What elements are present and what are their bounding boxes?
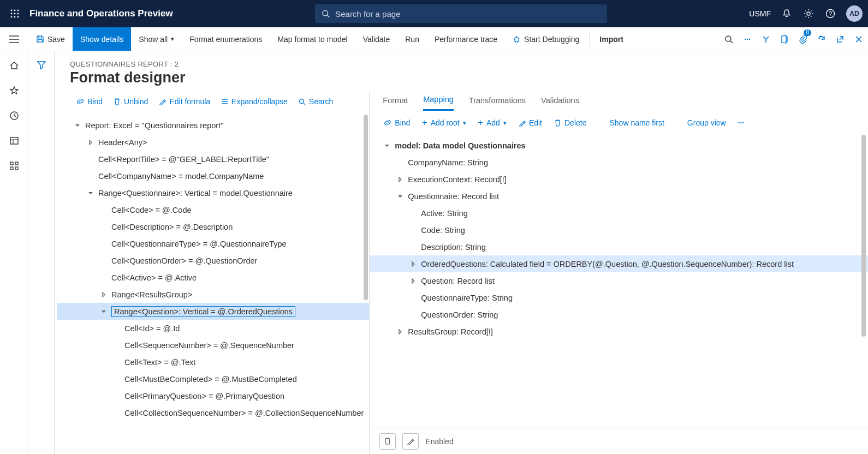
bind-button[interactable]: Bind (72, 95, 107, 108)
modules-icon[interactable] (8, 159, 21, 172)
refresh-icon[interactable] (812, 27, 831, 51)
validate-button[interactable]: Validate (355, 27, 398, 51)
tree-row[interactable]: Cell<MustBeCompleted> = @.MustBeComplete… (57, 371, 369, 387)
add-button[interactable]: +Add▾ (474, 116, 511, 129)
tree-row[interactable]: Range<ResultsGroup> (57, 286, 369, 303)
format-tree[interactable]: Report: Excel = "Questionnaires report"H… (57, 113, 369, 454)
global-search-input[interactable] (335, 9, 601, 19)
action-search-icon[interactable] (720, 27, 738, 51)
unbind-button[interactable]: Unbind (109, 95, 152, 108)
format-enumerations-button[interactable]: Format enumerations (182, 27, 270, 51)
edit-formula-button[interactable]: Edit formula (154, 95, 215, 108)
show-all-button[interactable]: Show all▾ (131, 27, 182, 51)
delete-binding-button[interactable] (379, 433, 396, 450)
more-actions-icon[interactable]: ··· (738, 27, 757, 51)
tree-row[interactable]: Cell<SequenceNumber> = @.SequenceNumber (57, 337, 369, 354)
tree-row[interactable]: Cell<QuestionnaireType> = @.Questionnair… (57, 235, 369, 252)
bell-icon[interactable] (781, 8, 793, 20)
collapse-icon[interactable] (383, 141, 391, 150)
tab-transformations[interactable]: Transformations (469, 96, 526, 110)
attachments-button[interactable]: 0 (794, 27, 812, 51)
start-debugging-button[interactable]: Start Debugging (505, 27, 587, 51)
recent-icon[interactable] (8, 109, 21, 122)
collapse-icon[interactable] (73, 121, 82, 130)
tree-search-button[interactable]: Search (294, 95, 337, 108)
tree-row[interactable]: Header<Any> (57, 134, 369, 151)
show-details-button[interactable]: Show details (73, 27, 131, 51)
mapping-bind-button[interactable]: Bind (379, 116, 414, 129)
favorites-icon[interactable] (8, 84, 21, 97)
edit-binding-button[interactable] (402, 433, 419, 450)
tree-row[interactable]: Cell<ReportTitle> = @"GER_LABEL:ReportTi… (57, 151, 369, 168)
collapse-icon[interactable] (396, 192, 405, 201)
tree-row[interactable]: Cell<Code> = @.Code (57, 201, 369, 218)
collapse-icon[interactable] (99, 307, 108, 316)
tree-row[interactable]: CompanyName: String (370, 154, 868, 171)
company-code[interactable]: USMF (749, 9, 771, 18)
show-name-first-button[interactable]: Show name first (605, 116, 668, 129)
tab-format[interactable]: Format (383, 96, 408, 110)
expand-icon[interactable] (86, 138, 95, 147)
group-view-button[interactable]: Group view (683, 116, 730, 129)
expand-icon[interactable] (409, 260, 418, 268)
svg-point-7 (14, 16, 16, 18)
tree-row[interactable]: Report: Excel = "Questionnaires report" (57, 117, 369, 134)
expand-icon[interactable] (396, 327, 405, 336)
tree-row[interactable]: Description: String (370, 238, 868, 255)
filter-icon[interactable] (37, 60, 46, 454)
import-button[interactable]: Import (592, 27, 631, 51)
tree-row[interactable]: Question: Record list (370, 272, 868, 289)
office-icon[interactable] (775, 27, 794, 51)
run-button[interactable]: Run (397, 27, 427, 51)
tree-row[interactable]: Cell<CompanyName> = model.CompanyName (57, 168, 369, 184)
tree-row[interactable]: Cell<Description> = @.Description (57, 218, 369, 235)
scrollbar[interactable] (861, 135, 866, 337)
home-icon[interactable] (8, 59, 21, 72)
tree-row[interactable]: Cell<Active> = @.Active (57, 269, 369, 286)
gear-icon[interactable] (802, 8, 815, 20)
tree-row[interactable]: Cell<Text> = @.Text (57, 354, 369, 371)
global-search[interactable] (315, 4, 607, 23)
tab-mapping[interactable]: Mapping (423, 95, 454, 111)
close-icon[interactable] (849, 27, 868, 51)
app-launcher-icon[interactable] (5, 4, 24, 23)
mapping-tree[interactable]: model: Data model QuestionnairesCompanyN… (370, 134, 868, 428)
avatar[interactable]: AD (846, 5, 863, 22)
tree-row[interactable]: Range<Questionnaire>: Vertical = model.Q… (57, 184, 369, 201)
tree-row[interactable]: Questionnaire: Record list (370, 188, 868, 205)
map-format-button[interactable]: Map format to model (270, 27, 355, 51)
tree-row[interactable]: model: Data model Questionnaires (370, 137, 868, 154)
tree-row[interactable]: Cell<CollectionSequenceNumber> = @.Colle… (57, 404, 369, 421)
mapping-more-button[interactable]: ··· (734, 116, 749, 129)
tree-row[interactable]: OrderedQuestions: Calculated field = ORD… (370, 255, 868, 272)
add-root-button[interactable]: +Add root▾ (418, 116, 470, 129)
nav-toggle-button[interactable] (0, 27, 28, 51)
help-icon[interactable]: ? (824, 8, 836, 20)
collapse-icon[interactable] (86, 189, 95, 198)
tree-row[interactable]: QuestionOrder: String (370, 306, 868, 323)
tree-row[interactable]: ResultsGroup: Record[!] (370, 323, 868, 340)
tree-row[interactable]: Active: String (370, 205, 868, 222)
tree-row[interactable]: QuestionnaireType: String (370, 289, 868, 306)
personalize-icon[interactable] (757, 27, 775, 51)
tree-row[interactable]: Cell<Id> = @.Id (57, 320, 369, 337)
trash-icon (114, 98, 121, 105)
tree-row[interactable]: Code: String (370, 222, 868, 238)
tree-label: ResultsGroup: Record[!] (408, 327, 493, 336)
popout-icon[interactable] (831, 27, 849, 51)
expand-icon[interactable] (99, 290, 108, 299)
expand-icon[interactable] (409, 277, 418, 285)
expand-collapse-button[interactable]: Expand/collapse (217, 95, 292, 108)
tree-row[interactable]: Range<Question>: Vertical = @.OrderedQue… (57, 303, 369, 320)
tree-row[interactable]: ExecutionContext: Record[!] (370, 171, 868, 188)
tree-row[interactable]: Cell<QuestionOrder> = @.QuestionOrder (57, 252, 369, 269)
workspaces-icon[interactable] (8, 134, 21, 147)
scrollbar[interactable] (364, 115, 368, 300)
save-button[interactable]: Save (28, 27, 73, 51)
delete-button[interactable]: Delete (550, 116, 591, 129)
tab-validations[interactable]: Validations (541, 96, 579, 110)
edit-button[interactable]: Edit (514, 116, 546, 129)
expand-icon[interactable] (396, 175, 405, 184)
tree-row[interactable]: Cell<PrimaryQuestion> = @.PrimaryQuestio… (57, 387, 369, 404)
performance-trace-button[interactable]: Performance trace (427, 27, 505, 51)
